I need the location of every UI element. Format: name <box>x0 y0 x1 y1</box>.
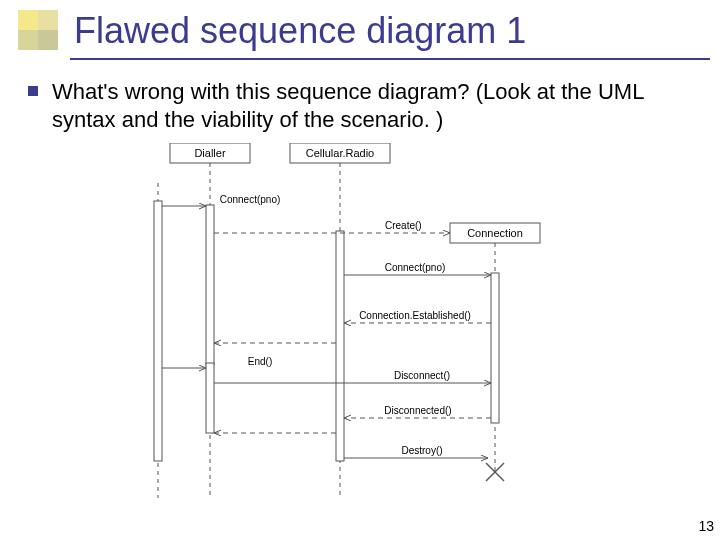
svg-rect-10 <box>491 273 499 423</box>
sequence-diagram: Dialler Cellular.Radio Connection Connec… <box>150 143 580 503</box>
bullet-text: What's wrong with this sequence diagram?… <box>52 78 702 133</box>
svg-rect-5 <box>154 201 162 461</box>
lifeline-cellular-radio-label: Cellular.Radio <box>306 147 374 159</box>
bullet-item: What's wrong with this sequence diagram?… <box>28 78 702 133</box>
msg-connect1-label: Connect(pno) <box>220 194 281 205</box>
svg-rect-16 <box>206 363 214 433</box>
lifeline-connection-label: Connection <box>467 227 523 239</box>
corner-accent-icon <box>18 10 60 52</box>
msg-create-label: Create() <box>385 220 422 231</box>
msg-end-label: End() <box>248 356 272 367</box>
page-number: 13 <box>698 518 714 534</box>
page-title: Flawed sequence diagram 1 <box>74 10 526 52</box>
msg-conn-est-label: Connection.Established() <box>359 310 471 321</box>
bullet-square-icon <box>28 86 38 96</box>
title-row: Flawed sequence diagram 1 <box>0 0 720 52</box>
msg-disconnect-label: Disconnect() <box>394 370 450 381</box>
lifeline-dialler-label: Dialler <box>194 147 226 159</box>
msg-connect2-label: Connect(pno) <box>385 262 446 273</box>
msg-destroy-label: Destroy() <box>401 445 442 456</box>
svg-rect-7 <box>336 231 344 461</box>
msg-disconnected-label: Disconnected() <box>384 405 451 416</box>
svg-rect-6 <box>206 205 214 365</box>
